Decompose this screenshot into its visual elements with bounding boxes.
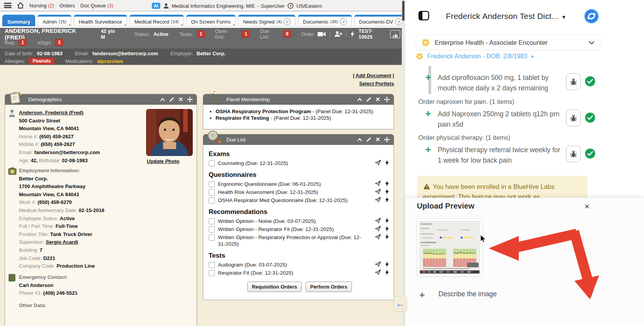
move-icon[interactable] xyxy=(384,137,390,143)
video-camera-icon[interactable] xyxy=(318,32,326,37)
lightning-icon[interactable] xyxy=(385,197,389,203)
close-icon[interactable] xyxy=(376,137,380,142)
main-scrollbar-thumb[interactable] xyxy=(402,1,404,21)
lightning-icon[interactable] xyxy=(385,189,389,195)
close-icon[interactable] xyxy=(178,97,183,102)
due-item-checkbox[interactable] xyxy=(209,218,215,224)
nav-nursing[interactable]: Nursing (2) xyxy=(29,3,54,8)
edit-icon[interactable] xyxy=(169,97,175,102)
due-item-checkbox[interactable] xyxy=(209,181,215,187)
dictation-title[interactable]: Frederick Anderson Test Dict...▾ xyxy=(446,12,566,21)
collapse-icon[interactable] xyxy=(357,138,362,142)
ai-badge[interactable]: AI xyxy=(152,3,160,9)
esign-count-badge[interactable]: 3 xyxy=(55,39,63,46)
due-item-checkbox[interactable] xyxy=(209,262,215,268)
open-enc-count-badge[interactable]: 1 xyxy=(242,31,250,37)
describe-image-input[interactable] xyxy=(438,290,567,299)
lightning-icon[interactable] xyxy=(385,234,389,240)
send-icon[interactable] xyxy=(375,218,381,223)
employment-icon xyxy=(8,167,17,177)
nav-doc-queue[interactable]: Doc Queue (3) xyxy=(80,3,113,8)
external-link-icon[interactable]: ↗ xyxy=(340,18,347,25)
collapse-icon[interactable] xyxy=(160,97,165,102)
due-list-count-badge[interactable]: 9 xyxy=(283,31,291,37)
attach-icon[interactable]: + xyxy=(419,290,425,300)
debug-order-button[interactable] xyxy=(566,110,581,126)
lightning-icon[interactable] xyxy=(385,226,389,232)
lightning-icon[interactable] xyxy=(350,31,355,37)
send-icon[interactable] xyxy=(375,189,381,194)
lightning-icon[interactable] xyxy=(385,270,389,275)
send-icon[interactable] xyxy=(375,226,381,231)
perform-orders-button[interactable]: Perform Orders xyxy=(306,282,352,292)
tasks-count-badge[interactable]: 1 xyxy=(197,31,205,37)
nav-orders[interactable]: Orders xyxy=(59,3,75,8)
add-user-icon[interactable] xyxy=(334,31,343,37)
timezone-label[interactable]: US/Eastern xyxy=(296,3,322,9)
debug-order-button[interactable] xyxy=(566,146,581,162)
move-icon[interactable] xyxy=(187,97,193,102)
due-item-checkbox[interactable] xyxy=(209,197,215,204)
allergy-badge[interactable]: Peanuts xyxy=(29,58,54,65)
tab-needs-signed[interactable]: Needs Signed(4)↗ xyxy=(238,15,296,26)
hamburger-icon[interactable] xyxy=(4,3,12,8)
tab-summary[interactable]: Summary xyxy=(2,15,35,26)
edit-icon[interactable] xyxy=(366,137,372,142)
close-icon[interactable] xyxy=(376,97,380,102)
patient-name-link[interactable]: Anderson, Frederick (Fred) xyxy=(19,110,83,115)
tab-on-screen-forms[interactable]: On Screen Forms xyxy=(186,15,236,26)
demographics-header[interactable]: Demographics xyxy=(5,94,197,105)
order-text: Physical therapy referral twice weekly f… xyxy=(438,145,561,166)
collapse-panel-button[interactable]: ← xyxy=(393,296,407,311)
send-icon[interactable] xyxy=(375,270,381,275)
panel-membership-header[interactable]: Panel Membership xyxy=(203,94,394,105)
order-link[interactable]: Order xyxy=(301,31,314,37)
other-data-heading: Other Data: xyxy=(19,302,46,310)
paper-plane-send-icon[interactable] xyxy=(585,289,594,299)
send-icon[interactable] xyxy=(375,234,381,239)
send-icon[interactable] xyxy=(375,181,381,186)
chart-stats-icon[interactable] xyxy=(390,30,400,38)
tab-medical-record[interactable]: Medical Record(14) xyxy=(129,15,184,26)
lightning-icon[interactable] xyxy=(385,218,389,224)
select-portlets-link[interactable]: Select Portlets xyxy=(359,81,394,87)
close-icon[interactable]: × xyxy=(585,203,590,211)
lightning-icon[interactable] xyxy=(385,261,389,267)
due-item-checkbox[interactable] xyxy=(209,189,215,195)
tab-health-surveillance[interactable]: Health Surveillance xyxy=(74,15,127,26)
encounter-selector[interactable]: Enterprise Health - Associate Encounter xyxy=(416,35,600,50)
sync-logo[interactable] xyxy=(584,8,599,25)
lightning-icon[interactable] xyxy=(385,181,389,187)
due-list-header[interactable]: Due List xyxy=(203,134,394,145)
order-item: + Physical therapy referral twice weekly… xyxy=(425,145,595,166)
external-link-icon[interactable]: ↗ xyxy=(395,18,402,25)
update-photo-link[interactable]: Update Photo xyxy=(147,158,180,164)
requisition-orders-button[interactable]: Requisition Orders xyxy=(247,282,302,292)
due-item-checkbox[interactable] xyxy=(209,160,215,166)
move-icon[interactable] xyxy=(384,97,390,102)
supervisor-link[interactable]: Sergio Acardi xyxy=(46,239,78,245)
patient-selector[interactable]: Frederick Anderson - DOB: 2/8/1983 ▾ xyxy=(416,53,534,60)
add-document-link[interactable]: Add Document xyxy=(355,73,391,78)
req-count-badge[interactable]: 1 xyxy=(19,39,27,46)
medications-value[interactable]: alprazolam xyxy=(97,58,123,64)
collapse-icon[interactable] xyxy=(357,97,362,102)
send-icon[interactable] xyxy=(375,160,381,165)
home-icon[interactable] xyxy=(17,2,24,8)
external-link-icon[interactable]: ↗ xyxy=(284,18,291,25)
due-item-checkbox[interactable] xyxy=(209,226,215,233)
edit-icon[interactable] xyxy=(366,97,372,102)
debug-order-button[interactable] xyxy=(566,73,581,90)
upload-thumbnail[interactable] xyxy=(417,219,483,277)
sidebar-toggle-icon[interactable] xyxy=(418,11,429,22)
tab-documents[interactable]: Documents(36)↗ xyxy=(298,15,352,26)
send-icon[interactable] xyxy=(375,197,381,202)
main-scrollbar[interactable] xyxy=(402,0,405,326)
lightning-icon[interactable] xyxy=(385,160,389,166)
tab-documents-dv[interactable]: Documents-DV↗ xyxy=(354,15,407,26)
due-item-checkbox[interactable] xyxy=(209,270,215,276)
tab-admin[interactable]: Admin(15) xyxy=(37,15,71,26)
panel-item: Respirator Fit Testing - (Panel Due: 12-… xyxy=(216,115,390,121)
due-item-checkbox[interactable] xyxy=(209,234,215,241)
send-icon[interactable] xyxy=(375,261,381,267)
